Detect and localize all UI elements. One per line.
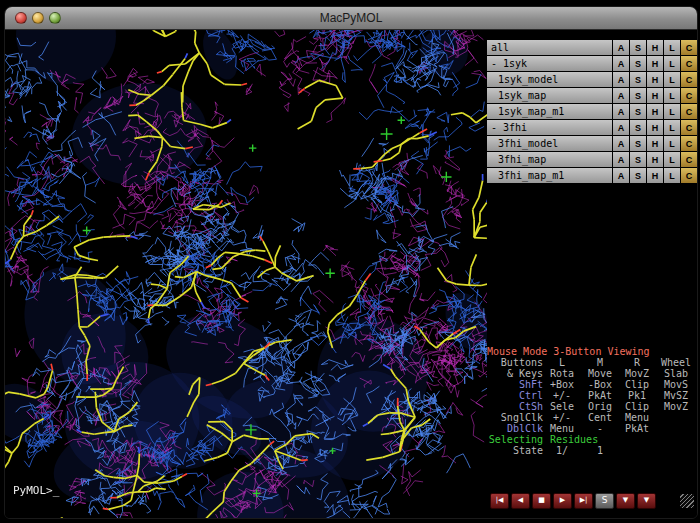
object-row-3fhi-model: 3fhi_model A S H L C: [487, 136, 697, 151]
close-button[interactable]: [15, 12, 27, 24]
label-button[interactable]: L: [664, 136, 680, 151]
label-button[interactable]: L: [664, 40, 680, 55]
label-button[interactable]: L: [664, 104, 680, 119]
hide-button[interactable]: H: [647, 120, 663, 135]
color-button[interactable]: C: [681, 56, 697, 71]
object-row-1syk-map: 1syk_map A S H L C: [487, 88, 697, 103]
main-content: PyMOL>_ all A S H L C - 1syk A S H L: [5, 30, 697, 518]
label-button[interactable]: L: [664, 152, 680, 167]
mouse-grid-cell: MvSZ: [655, 390, 697, 401]
state-total: 1: [581, 445, 619, 456]
mouse-grid-cell: MovS: [655, 379, 697, 390]
hide-button[interactable]: H: [647, 152, 663, 167]
molecular-viewport[interactable]: [5, 30, 487, 518]
object-name-button[interactable]: 1syk_model: [487, 72, 612, 87]
menu-triangle-right-button[interactable]: ▼: [637, 493, 656, 509]
selecting-label: Selecting: [487, 434, 543, 445]
label-button[interactable]: L: [664, 88, 680, 103]
scene-button[interactable]: S: [595, 493, 614, 509]
hide-button[interactable]: H: [647, 72, 663, 87]
hide-button[interactable]: H: [647, 40, 663, 55]
hide-button[interactable]: H: [647, 136, 663, 151]
action-button[interactable]: A: [613, 152, 629, 167]
mouse-grid-cell: Wheel: [655, 357, 697, 368]
rewind-button[interactable]: |◀: [490, 493, 509, 509]
zoom-button[interactable]: [49, 12, 61, 24]
mouse-grid-cell: +/-: [543, 390, 581, 401]
mouse-grid-cell: PkAt: [619, 423, 655, 434]
hide-button[interactable]: H: [647, 88, 663, 103]
object-name-button[interactable]: 3fhi_model: [487, 136, 612, 151]
object-name-button[interactable]: 1syk_map: [487, 88, 612, 103]
show-button[interactable]: S: [630, 88, 646, 103]
show-button[interactable]: S: [630, 104, 646, 119]
color-button[interactable]: C: [681, 40, 697, 55]
mouse-grid-cell: [655, 412, 697, 423]
object-row-3fhi-group: - 3fhi A S H L C: [487, 120, 697, 135]
menu-triangle-left-button[interactable]: ▼: [616, 493, 635, 509]
action-button[interactable]: A: [613, 72, 629, 87]
object-name-button[interactable]: - 1syk: [487, 56, 612, 71]
action-button[interactable]: A: [613, 168, 629, 183]
mouse-grid-cell: Rota: [543, 368, 581, 379]
color-button[interactable]: C: [681, 72, 697, 87]
fast-forward-button[interactable]: ▶|: [574, 493, 593, 509]
mouse-mode-header: Mouse Mode 3-Button Viewing: [487, 346, 697, 357]
selecting-value[interactable]: Residues: [543, 434, 697, 445]
color-button[interactable]: C: [681, 120, 697, 135]
mouse-grid-key: & Keys: [487, 368, 543, 379]
macpymol-window: MacPyMOL PyMOL>_ all A S H L C - 1syk A: [4, 6, 698, 519]
show-button[interactable]: S: [630, 152, 646, 167]
hide-button[interactable]: H: [647, 56, 663, 71]
object-name-button[interactable]: all: [487, 40, 612, 55]
mouse-grid-cell: M: [581, 357, 619, 368]
mouse-grid-key: SnglClk: [487, 412, 543, 423]
show-button[interactable]: S: [630, 40, 646, 55]
resize-grip[interactable]: [680, 494, 694, 508]
show-button[interactable]: S: [630, 168, 646, 183]
mouse-grid-cell: PkAt: [581, 390, 619, 401]
color-button[interactable]: C: [681, 168, 697, 183]
hide-button[interactable]: H: [647, 168, 663, 183]
action-button[interactable]: A: [613, 56, 629, 71]
mouse-grid-row: ShFt +Box -Box Clip MovS: [487, 379, 697, 390]
color-button[interactable]: C: [681, 104, 697, 119]
show-button[interactable]: S: [630, 72, 646, 87]
action-button[interactable]: A: [613, 104, 629, 119]
viewport-area: PyMOL>_: [5, 30, 487, 518]
mouse-grid-key: DblClk: [487, 423, 543, 434]
action-button[interactable]: A: [613, 40, 629, 55]
action-button[interactable]: A: [613, 136, 629, 151]
object-row-1syk-group: - 1syk A S H L C: [487, 56, 697, 71]
show-button[interactable]: S: [630, 120, 646, 135]
minimize-button[interactable]: [32, 12, 44, 24]
object-name-button[interactable]: 1syk_map_m1: [487, 104, 612, 119]
action-button[interactable]: A: [613, 120, 629, 135]
color-button[interactable]: C: [681, 88, 697, 103]
show-button[interactable]: S: [630, 56, 646, 71]
label-button[interactable]: L: [664, 72, 680, 87]
mouse-grid-row: Ctrl +/- PkAt Pk1 MvSZ: [487, 390, 697, 401]
command-prompt[interactable]: PyMOL>_: [13, 484, 59, 497]
mouse-grid-cell: Clip: [619, 401, 655, 412]
label-button[interactable]: L: [664, 120, 680, 135]
panel-gap: [487, 456, 697, 492]
stop-button[interactable]: ■: [532, 493, 551, 509]
object-name-button[interactable]: 3fhi_map: [487, 152, 612, 167]
show-button[interactable]: S: [630, 136, 646, 151]
label-button[interactable]: L: [664, 56, 680, 71]
mouse-grid-row: DblClk Menu - PkAt: [487, 423, 697, 434]
object-name-button[interactable]: 3fhi_map_m1: [487, 168, 612, 183]
mouse-grid-cell: R: [619, 357, 655, 368]
label-button[interactable]: L: [664, 168, 680, 183]
action-button[interactable]: A: [613, 88, 629, 103]
mouse-grid-cell: Cent: [581, 412, 619, 423]
mouse-grid-row: & Keys Rota Move MovZ Slab: [487, 368, 697, 379]
hide-button[interactable]: H: [647, 104, 663, 119]
mouse-grid-cell: Slab: [655, 368, 697, 379]
object-name-button[interactable]: - 3fhi: [487, 120, 612, 135]
step-back-button[interactable]: ◀: [511, 493, 530, 509]
color-button[interactable]: C: [681, 152, 697, 167]
color-button[interactable]: C: [681, 136, 697, 151]
play-button[interactable]: ▶: [553, 493, 572, 509]
